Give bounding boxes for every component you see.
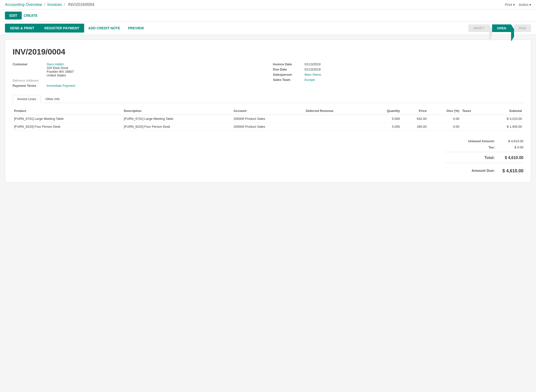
tax-row: Tax: $ 0.00: [444, 144, 523, 150]
breadcrumb-invoices[interactable]: Invoices: [47, 2, 62, 7]
action-button[interactable]: Action ▾: [519, 3, 531, 7]
add-credit-note-button[interactable]: ADD CREDIT NOTE: [84, 24, 124, 33]
table-header-row: Product Description Account Deferred Rev…: [13, 107, 523, 115]
totals-section: Untaxed Amount: $ 4,610.00 Tax: $ 0.00 T…: [13, 138, 523, 175]
salesperson-row: Salesperson Marc Demo: [273, 73, 523, 76]
status-paid[interactable]: PAID: [514, 24, 531, 32]
untaxed-amount-row: Untaxed Amount: $ 4,610.00: [444, 138, 523, 144]
customer-address3: United States: [47, 73, 74, 77]
col-product: Product: [13, 107, 122, 115]
amount-due-divider: [444, 163, 523, 163]
main-content: INV/2019/0004 Customer Deco Addict 325 E…: [0, 35, 536, 187]
table-row: [FURN_8220] Four Person Desk [FURN_8220]…: [13, 123, 523, 131]
right-section: Invoice Date 01/13/2019 Due Date 01/13/2…: [273, 62, 523, 89]
row2-disc: 0.00: [428, 123, 461, 131]
breadcrumb-accounting[interactable]: Accounting Overview: [5, 2, 42, 7]
customer-label: Customer: [13, 62, 45, 77]
total-label: Total:: [444, 156, 499, 160]
untaxed-label: Untaxed Amount:: [444, 139, 499, 143]
edit-button[interactable]: EDIT: [5, 12, 22, 19]
sales-team-value[interactable]: Europe: [305, 78, 315, 82]
customer-address2: Franklin WV 26807: [47, 70, 74, 73]
due-date-row: Due Date 01/13/2019: [273, 68, 523, 71]
col-taxes: Taxes: [461, 107, 485, 115]
breadcrumb-current: INV/2019/0004: [68, 2, 95, 7]
breadcrumb-sep1: /: [44, 2, 45, 7]
preview-button[interactable]: PREVIEW: [124, 24, 148, 33]
amount-due-value: $ 4,610.00: [499, 168, 523, 174]
status-draft[interactable]: DRAFT: [468, 24, 489, 32]
tab-other-info[interactable]: Other Info: [41, 95, 64, 103]
send-print-button[interactable]: SEND & PRINT: [5, 24, 39, 33]
breadcrumb: Accounting Overview / Invoices / INV/201…: [5, 2, 95, 7]
status-bar: DRAFT OPEN PAID: [468, 24, 531, 32]
col-account: Account: [232, 107, 305, 115]
row2-account: 200000 Product Sales: [232, 123, 305, 131]
edit-create-bar: EDIT CREATE: [0, 10, 536, 22]
payment-terms-row: Payment Terms Immediate Payment: [13, 84, 263, 88]
tabs: Invoice Lines Other Info: [13, 95, 523, 103]
tab-invoice-lines[interactable]: Invoice Lines: [13, 95, 41, 103]
invoice-card: INV/2019/0004 Customer Deco Addict 325 E…: [5, 40, 531, 182]
col-subtotal: Subtotal: [485, 107, 523, 115]
amount-due-label: Amount Due:: [444, 168, 499, 174]
total-row: Total: $ 4,610.00: [444, 154, 523, 161]
amount-due-row: Amount Due: $ 4,610.00: [444, 164, 523, 175]
col-price: Price: [401, 107, 428, 115]
invoice-date-value: 01/13/2019: [305, 62, 321, 66]
col-disc: Disc (%): [428, 107, 461, 115]
customer-info: Deco Addict 325 Elsie Drive Franklin WV …: [47, 62, 74, 77]
customer-name[interactable]: Deco Addict: [47, 62, 74, 66]
invoice-date-label: Invoice Date: [273, 62, 303, 66]
payment-terms-label: Payment Terms: [13, 84, 45, 88]
row2-deferred-revenue: [304, 123, 368, 131]
row1-description: [FURN_6741] Large Meeting Table: [122, 115, 232, 123]
tax-value: $ 0.00: [499, 145, 523, 149]
row2-description: [FURN_8220] Four Person Desk: [122, 123, 232, 131]
register-payment-button[interactable]: REGISTER PAYMENT: [39, 24, 84, 33]
delivery-row: Delivery Address: [13, 79, 263, 82]
invoice-date-row: Invoice Date 01/13/2019: [273, 62, 523, 66]
tax-label: Tax:: [444, 145, 499, 149]
totals-divider: [444, 152, 523, 152]
customer-address1: 325 Elsie Drive: [47, 66, 74, 70]
row1-disc: 0.00: [428, 115, 461, 123]
total-value: $ 4,610.00: [499, 156, 523, 160]
print-label: Print: [505, 3, 512, 7]
payment-terms-value[interactable]: Immediate Payment: [47, 84, 75, 88]
row1-price: 642.00: [401, 115, 428, 123]
create-button[interactable]: CREATE: [24, 14, 38, 18]
invoice-table: Product Description Account Deferred Rev…: [13, 107, 523, 131]
action-chevron-icon: ▾: [529, 3, 531, 7]
sales-team-label: Sales Team: [273, 78, 303, 82]
col-deferred-revenue: Deferred Revenue: [304, 107, 368, 115]
breadcrumb-sep2: /: [64, 2, 65, 7]
sales-team-row: Sales Team Europe: [273, 78, 523, 82]
action-label: Action: [519, 3, 528, 7]
salesperson-label: Salesperson: [273, 73, 303, 76]
customer-section: Customer Deco Addict 325 Elsie Drive Fra…: [13, 62, 263, 89]
row1-taxes: [461, 115, 485, 123]
invoice-number: INV/2019/0004: [13, 47, 523, 56]
status-open[interactable]: OPEN: [492, 24, 511, 32]
print-chevron-icon: ▾: [513, 3, 515, 7]
row2-product: [FURN_8220] Four Person Desk: [13, 123, 122, 131]
untaxed-value: $ 4,610.00: [499, 139, 523, 143]
customer-row: Customer Deco Addict 325 Elsie Drive Fra…: [13, 62, 263, 77]
row1-account: 200000 Product Sales: [232, 115, 305, 123]
row2-price: 280.00: [401, 123, 428, 131]
print-button[interactable]: Print ▾: [505, 3, 515, 7]
due-date-value: 01/13/2019: [305, 68, 321, 71]
due-date-label: Due Date: [273, 68, 303, 71]
salesperson-value[interactable]: Marc Demo: [305, 73, 321, 76]
top-bar: Accounting Overview / Invoices / INV/201…: [0, 0, 536, 10]
action-bar: SEND & PRINT REGISTER PAYMENT ADD CREDIT…: [0, 22, 536, 35]
col-quantity: Quantity: [368, 107, 401, 115]
row1-deferred-revenue: [304, 115, 368, 123]
totals-table: Untaxed Amount: $ 4,610.00 Tax: $ 0.00 T…: [444, 138, 523, 175]
row1-product: [FURN_6741] Large Meeting Table: [13, 115, 122, 123]
delivery-label: Delivery Address: [13, 79, 45, 82]
row1-quantity: 5.000: [368, 115, 401, 123]
row1-subtotal: $ 3,210.00: [485, 115, 523, 123]
row2-taxes: [461, 123, 485, 131]
